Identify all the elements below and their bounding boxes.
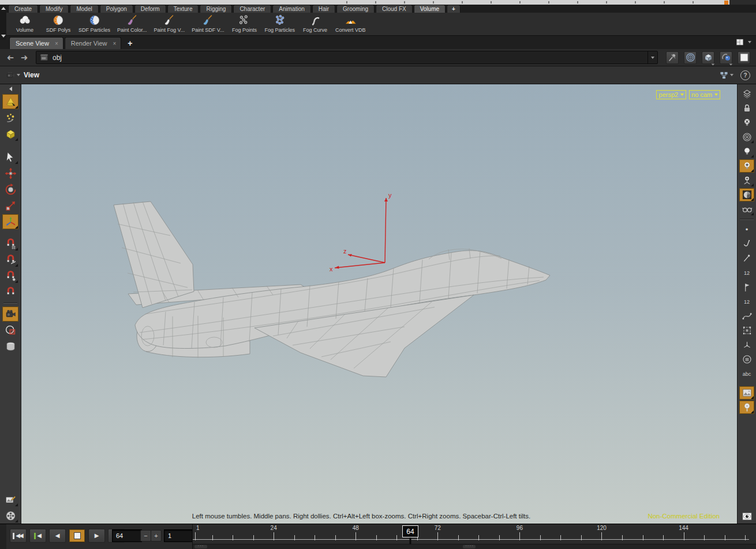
shelf-tool-fog-curve[interactable]: Fog Curve: [298, 13, 332, 35]
view-pane-icon[interactable]: [6, 70, 16, 80]
snap-grid-tool[interactable]: [2, 236, 18, 251]
color-swatch-icon[interactable]: [738, 51, 750, 64]
shelf-tool-sdf-particles[interactable]: SDF Particles: [75, 13, 114, 35]
shelf-tab-rigging[interactable]: Rigging: [200, 5, 232, 13]
background-image-icon[interactable]: [739, 386, 754, 399]
flipbook-tool[interactable]: [2, 508, 18, 523]
snap-point-tool[interactable]: [2, 268, 18, 283]
shelf-tab-character[interactable]: Character: [233, 5, 271, 13]
disable-lighting-icon[interactable]: [739, 116, 754, 129]
snapshot-tool[interactable]: [2, 492, 18, 507]
visibility-eye-icon[interactable]: [739, 510, 754, 523]
vertex-markers-icon[interactable]: [739, 281, 754, 294]
volume-tool[interactable]: [2, 94, 18, 109]
hull-display-icon[interactable]: [739, 324, 754, 337]
smooth-shaded-icon[interactable]: [739, 188, 754, 201]
current-frame-marker[interactable]: 64: [402, 525, 418, 537]
translate-tool[interactable]: [2, 166, 18, 181]
play-reverse-button[interactable]: ◀: [49, 529, 66, 543]
path-field[interactable]: obj: [36, 51, 658, 64]
display-options-icon[interactable]: [739, 203, 754, 216]
shelf-tab-hair[interactable]: Hair: [312, 5, 335, 13]
shelf-tab-volume[interactable]: Volume: [414, 5, 446, 13]
camera-ring-icon[interactable]: [739, 130, 754, 144]
prim-numbers-icon[interactable]: 12: [739, 295, 754, 308]
shelf-tab-texture[interactable]: Texture: [167, 5, 199, 13]
shelf-tool-paint-color[interactable]: Paint Color...: [114, 13, 151, 35]
shelf-tab-grooming[interactable]: Grooming: [336, 5, 375, 13]
close-icon[interactable]: ×: [113, 40, 117, 47]
shelf-tab-cloud-fx[interactable]: Cloud FX: [376, 5, 413, 13]
scene-viewport[interactable]: y x z persp2 no cam Left mouse tumbles. …: [21, 84, 737, 524]
stow-layers-icon[interactable]: [739, 87, 754, 100]
prim-normals-icon[interactable]: [739, 338, 754, 352]
shelf-tab-animation[interactable]: Animation: [272, 5, 310, 13]
link-editor-icon[interactable]: [702, 51, 714, 64]
pane-tab-render-view[interactable]: Render View×: [65, 37, 122, 49]
timeline-range-slider[interactable]: ·······: [193, 544, 756, 549]
pane-menu-chevron-icon[interactable]: [748, 41, 751, 43]
shelf-tool-sdf-polys[interactable]: SDF Polys: [42, 13, 75, 35]
range-handle[interactable]: ····: [463, 545, 476, 548]
frame-increment-button[interactable]: +: [151, 530, 162, 541]
view-tool[interactable]: [2, 307, 18, 322]
pane-layout-icon[interactable]: [735, 38, 744, 47]
point-markers-icon[interactable]: •: [739, 223, 754, 236]
snap-tool[interactable]: [2, 285, 18, 300]
back-button[interactable]: ➜: [5, 53, 16, 62]
shelf-tool-convert-vdb[interactable]: Convert VDB: [332, 13, 369, 35]
shelf-scroll-down-icon[interactable]: [1, 35, 6, 38]
view-pane-chevron-icon[interactable]: [17, 74, 20, 76]
prev-frame-button[interactable]: ◀: [29, 529, 46, 543]
jump-to-start-button[interactable]: ◀◀: [10, 529, 27, 543]
visibility-icon[interactable]: [720, 51, 732, 64]
snap-multi-tool[interactable]: [2, 252, 18, 267]
shelf-tab-modify[interactable]: Modify: [39, 5, 69, 13]
rotate-tool[interactable]: [2, 182, 18, 197]
point-trails-icon[interactable]: [739, 252, 754, 265]
linked-panes-icon[interactable]: [719, 70, 729, 80]
group-display-icon[interactable]: [739, 353, 754, 366]
shelf-tool-fog-particles[interactable]: Fog Particles: [261, 13, 298, 35]
shelf-tab-create[interactable]: Create: [8, 5, 38, 13]
help-icon[interactable]: ?: [740, 70, 750, 80]
linked-panes-chevron-icon[interactable]: [730, 74, 733, 76]
shelf-tool-volume[interactable]: Volume: [8, 13, 42, 35]
shelf-tool-fog-points[interactable]: Fog Points: [227, 13, 261, 35]
range-start-field[interactable]: 1: [164, 529, 193, 542]
forward-button[interactable]: ➜: [18, 53, 30, 62]
pose-tool[interactable]: [2, 214, 18, 229]
shelf-tool-paint-fog-v[interactable]: Paint Fog V...: [151, 13, 189, 35]
lighting-rig-icon[interactable]: [739, 174, 754, 187]
radial-menu-icon[interactable]: [684, 51, 697, 64]
point-numbers-icon[interactable]: 12: [739, 266, 754, 279]
render-region-tool[interactable]: [2, 323, 18, 338]
frame-decrement-button[interactable]: −: [140, 530, 151, 541]
add-shelf-tab-button[interactable]: +: [447, 5, 461, 13]
timeline-ruler[interactable]: ······· 12448729612014464: [192, 524, 756, 549]
normal-lighting-icon[interactable]: [739, 145, 754, 158]
point-normals-icon[interactable]: [739, 237, 754, 251]
add-pane-tab-button[interactable]: +: [122, 38, 137, 49]
shelf-tab-model[interactable]: Model: [70, 5, 98, 13]
text-overlay-icon[interactable]: abc: [739, 367, 754, 380]
range-handle[interactable]: ···: [194, 545, 207, 548]
pane-tab-scene-view[interactable]: Scene View×: [9, 37, 63, 49]
close-icon[interactable]: ×: [55, 40, 58, 47]
camera-select-menu[interactable]: no cam: [689, 90, 720, 99]
scale-tool[interactable]: [2, 198, 18, 213]
shelf-scroll-up-icon[interactable]: [1, 7, 6, 10]
current-frame-field[interactable]: 64: [112, 529, 142, 542]
high-quality-lighting-icon[interactable]: [739, 159, 754, 173]
paint-volume-tool[interactable]: [2, 110, 18, 125]
lock-camera-icon[interactable]: [739, 102, 754, 115]
select-tool[interactable]: [2, 150, 18, 165]
viewport-name-menu[interactable]: persp2: [656, 90, 686, 99]
pin-icon[interactable]: [666, 51, 679, 64]
profile-curves-icon[interactable]: [739, 309, 754, 323]
stop-button[interactable]: [69, 529, 85, 543]
flipbook-viewer-tool[interactable]: [2, 339, 18, 354]
follow-light-icon[interactable]: [739, 401, 754, 414]
isooffset-tool[interactable]: [2, 126, 18, 141]
path-dropdown[interactable]: [648, 51, 657, 64]
